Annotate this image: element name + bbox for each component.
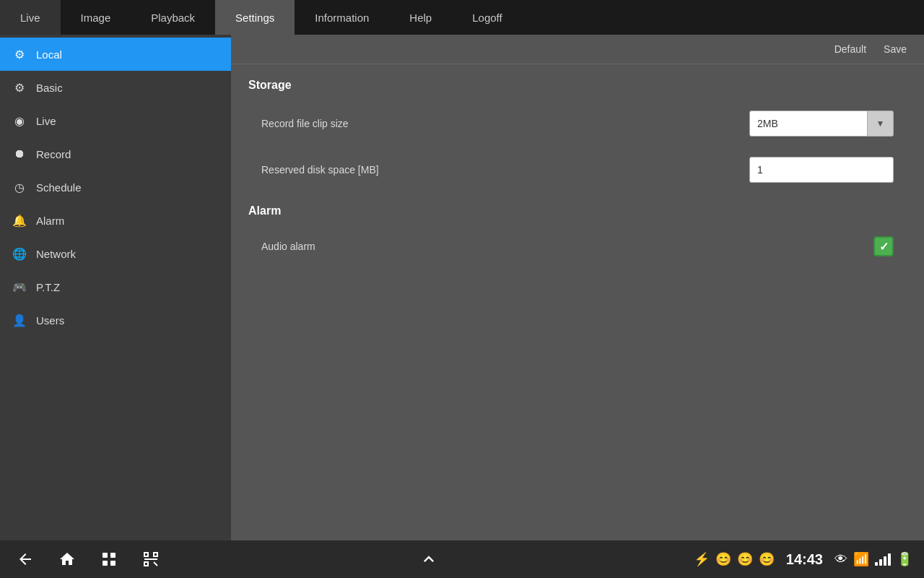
svg-rect-1 <box>110 553 116 558</box>
sidebar-item-ptz[interactable]: 🎮 P.T.Z <box>0 270 231 303</box>
clip-size-control: 2MB ▼ <box>749 111 894 137</box>
nav-playback[interactable]: Playback <box>131 0 215 35</box>
status-icon-1: 😊 <box>715 551 731 567</box>
audio-alarm-row: Audio alarm <box>248 229 907 264</box>
svg-rect-2 <box>103 561 108 566</box>
nav-logoff[interactable]: Logoff <box>452 0 522 35</box>
content-area: Default Save Storage Record file clip si… <box>231 35 924 540</box>
users-icon: 👤 <box>12 312 27 328</box>
disk-space-control <box>749 157 894 183</box>
basic-icon: ⚙ <box>12 79 27 95</box>
clip-size-row: Record file clip size 2MB ▼ <box>248 103 907 144</box>
eye-icon: 👁 <box>834 552 847 567</box>
wifi-icon: 📶 <box>853 551 869 567</box>
battery-icon: 🔋 <box>897 551 912 567</box>
disk-space-label: Reserved disk space [MB] <box>261 164 749 176</box>
back-button[interactable] <box>12 545 39 573</box>
nav-information[interactable]: Information <box>295 0 389 35</box>
sidebar: ⚙ Local ⚙ Basic ◉ Live ⏺ Record ◷ Schedu… <box>0 35 231 540</box>
alarm-section: Alarm Audio alarm <box>248 204 907 264</box>
audio-alarm-label: Audio alarm <box>261 241 873 252</box>
taskbar-left <box>12 545 165 573</box>
main-layout: ⚙ Local ⚙ Basic ◉ Live ⏺ Record ◷ Schedu… <box>0 35 924 540</box>
disk-space-input[interactable] <box>749 157 894 183</box>
record-icon: ⏺ <box>12 146 27 162</box>
alarm-section-title: Alarm <box>248 204 907 217</box>
usb-icon: ⚡ <box>694 551 710 567</box>
network-icon: 🌐 <box>12 246 27 262</box>
svg-line-8 <box>154 562 157 566</box>
home-icon <box>58 551 76 568</box>
default-button[interactable]: Default <box>834 43 866 55</box>
svg-rect-4 <box>144 553 148 556</box>
back-icon <box>17 551 34 568</box>
live-icon: ◉ <box>12 113 27 129</box>
recent-icon <box>100 551 118 568</box>
sidebar-item-alarm[interactable]: 🔔 Alarm <box>0 204 231 237</box>
chevron-up-icon <box>419 549 439 569</box>
ptz-icon: 🎮 <box>12 279 27 295</box>
dropdown-arrow-icon: ▼ <box>867 111 893 136</box>
svg-rect-6 <box>144 562 148 566</box>
top-navigation: Live Image Playback Settings Information… <box>0 0 924 35</box>
clip-size-dropdown[interactable]: 2MB ▼ <box>749 111 894 137</box>
sidebar-item-live[interactable]: ◉ Live <box>0 104 231 137</box>
svg-rect-0 <box>103 553 108 558</box>
scan-button[interactable] <box>137 545 165 573</box>
nav-help[interactable]: Help <box>389 0 452 35</box>
status-icon-3: 😊 <box>759 551 775 567</box>
local-icon: ⚙ <box>12 46 27 62</box>
disk-space-row: Reserved disk space [MB] <box>248 150 907 190</box>
schedule-icon: ◷ <box>12 179 27 195</box>
save-button[interactable]: Save <box>884 43 907 55</box>
sidebar-item-local[interactable]: ⚙ Local <box>0 38 231 71</box>
content-body: Storage Record file clip size 2MB ▼ Rese… <box>231 64 924 284</box>
clip-size-value: 2MB <box>750 118 867 129</box>
taskbar-center <box>415 545 443 573</box>
nav-live[interactable]: Live <box>0 0 61 35</box>
audio-alarm-checkbox[interactable] <box>873 236 894 256</box>
content-header: Default Save <box>231 35 924 64</box>
scan-icon <box>142 551 160 568</box>
sidebar-item-network[interactable]: 🌐 Network <box>0 237 231 270</box>
status-icon-2: 😊 <box>737 551 753 567</box>
audio-alarm-control <box>873 236 894 256</box>
nav-image[interactable]: Image <box>61 0 131 35</box>
nav-settings[interactable]: Settings <box>215 0 295 35</box>
sidebar-item-record[interactable]: ⏺ Record <box>0 137 231 171</box>
signal-icon <box>875 553 891 566</box>
chevron-up-button[interactable] <box>415 545 443 573</box>
recent-button[interactable] <box>95 545 123 573</box>
clip-size-label: Record file clip size <box>261 118 749 129</box>
sidebar-item-schedule[interactable]: ◷ Schedule <box>0 171 231 204</box>
svg-rect-5 <box>154 553 157 556</box>
taskbar: ⚡ 😊 😊 😊 14:43 👁 📶 🔋 <box>0 540 924 578</box>
sidebar-item-basic[interactable]: ⚙ Basic <box>0 71 231 104</box>
home-button[interactable] <box>53 545 81 573</box>
taskbar-right: ⚡ 😊 😊 😊 14:43 👁 📶 🔋 <box>694 551 912 568</box>
clock-display: 14:43 <box>786 551 823 568</box>
storage-section-title: Storage <box>248 79 907 92</box>
sidebar-item-users[interactable]: 👤 Users <box>0 303 231 337</box>
svg-rect-3 <box>110 561 116 566</box>
alarm-icon: 🔔 <box>12 212 27 228</box>
